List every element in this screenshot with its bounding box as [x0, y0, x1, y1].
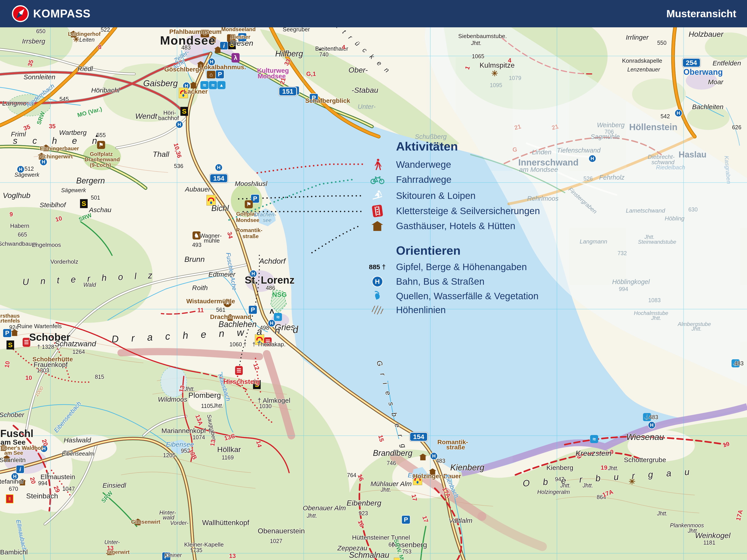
contour-icon — [359, 305, 396, 315]
legend-row-skitouren: Skitouren & Loipen — [359, 189, 475, 202]
legend-label: Klettersteige & Seilversicherungen — [396, 206, 540, 216]
bus-icon: H — [359, 276, 396, 287]
golf-area — [231, 184, 262, 217]
kompass-logo: KOMPASS — [12, 5, 91, 22]
peak-icon: 885 † — [359, 263, 396, 271]
compass-icon — [12, 5, 29, 22]
ski-icon — [359, 189, 396, 202]
legend-label: Gipfel, Berge & Höhenangaben — [396, 262, 527, 272]
legend-row-wanderwege: Wanderwege — [359, 158, 451, 171]
map-canvas[interactable]: 650IrrsbergLeidingerhofLeiten5228Riedl35… — [0, 0, 747, 560]
header-bar: KOMPASS Musteransicht — [0, 0, 747, 27]
legend-label: Skitouren & Loipen — [396, 190, 475, 201]
map-legend: Aktivitäten Wanderwege Fahrrad — [359, 134, 551, 316]
legend-title-orientieren: Orientieren — [396, 243, 461, 257]
legend-label: Gasthäuser, Hotels & Hütten — [396, 221, 515, 231]
hiker-icon — [359, 158, 396, 171]
legend-label: Bahn, Bus & Straßen — [396, 276, 485, 287]
spring-icon — [359, 293, 396, 299]
legend-label: Höhenlinien — [396, 304, 446, 315]
legend-row-bahn: H Bahn, Bus & Straßen — [359, 275, 485, 288]
ladder-icon — [359, 205, 396, 217]
legend-row-klettersteige: Klettersteige & Seilversicherungen — [359, 205, 540, 217]
legend-row-fahrradwege: Fahrradwege — [359, 174, 452, 186]
legend-label: Fahrradwege — [396, 174, 452, 185]
legend-title-aktivitaeten: Aktivitäten — [396, 139, 458, 153]
page-title: Musteransicht — [666, 8, 736, 20]
legend-row-gipfel: 885 † Gipfel, Berge & Höhenangaben — [359, 261, 527, 273]
legend-label: Wanderwege — [396, 159, 451, 170]
brand-name: KOMPASS — [33, 7, 91, 20]
legend-row-hoehenlinien: Höhenlinien — [359, 304, 446, 316]
legend-row-quellen: Quellen, Wasserfälle & Vegetation — [359, 290, 539, 302]
house-icon — [359, 221, 396, 231]
legend-row-gasthaeuser: Gasthäuser, Hotels & Hütten — [359, 220, 515, 232]
legend-label: Quellen, Wasserfälle & Vegetation — [396, 291, 539, 301]
bike-icon — [359, 175, 396, 184]
